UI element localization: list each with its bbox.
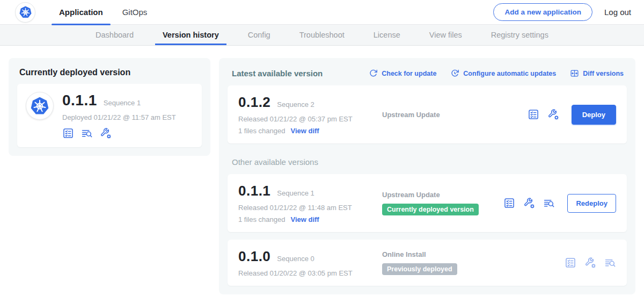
config-icon[interactable]	[523, 197, 535, 209]
preflight-checks-icon[interactable]	[503, 197, 515, 209]
source-label: Upstream Update	[382, 111, 440, 119]
app-header: Application GitOps Add a new application…	[0, 0, 644, 25]
tab-troubleshoot-label: Troubleshoot	[299, 31, 345, 39]
add-application-button[interactable]: Add a new application	[493, 3, 592, 21]
version-source: Upstream Update	[382, 111, 528, 119]
redeploy-button[interactable]: Redeploy	[567, 194, 616, 213]
preflight-checks-icon[interactable]	[528, 109, 539, 120]
tab-application-label: Application	[59, 8, 103, 17]
preflight-checks-icon[interactable]	[565, 257, 576, 269]
version-card-deployed: 0.1.1 Sequence 1 Released 01/21/22 @ 11:…	[228, 174, 627, 232]
version-source: Online Install Previously deployed	[382, 250, 565, 275]
version-info: 0.1.0 Sequence 0 Released 01/20/22 @ 03:…	[238, 248, 382, 277]
deployed-sequence-label: Sequence 1	[104, 99, 141, 107]
deployed-timestamp: Deployed 01/21/22 @ 11:57 am EST	[62, 113, 176, 121]
deployed-panel-title: Currently deployed version	[19, 68, 202, 77]
kubernetes-logo	[15, 2, 35, 23]
deployed-version-info: 0.1.1 Sequence 1 Deployed 01/21/22 @ 11:…	[62, 92, 176, 139]
tab-troubleshoot[interactable]: Troubleshoot	[292, 25, 352, 45]
version-info: 0.1.2 Sequence 2 Released 01/21/22 @ 05:…	[238, 94, 382, 135]
tab-config-label: Config	[248, 31, 270, 39]
diff-versions-link[interactable]: Diff versions	[570, 69, 624, 78]
sequence-label: Sequence 0	[277, 255, 314, 263]
version-actions-right: Deploy	[528, 105, 616, 125]
kubernetes-helm-icon	[18, 5, 33, 19]
deploy-logs-icon[interactable]	[81, 127, 93, 139]
files-changed-label: 1 files changed	[238, 215, 285, 223]
refresh-icon	[369, 69, 378, 78]
sequence-label: Sequence 1	[277, 189, 314, 197]
preflight-checks-icon[interactable]	[62, 127, 74, 139]
configure-automatic-updates-label: Configure automatic updates	[463, 70, 556, 77]
tab-dashboard-label: Dashboard	[96, 31, 134, 39]
tab-view-files[interactable]: View files	[422, 25, 470, 45]
version-info: 0.1.1 Sequence 1 Released 01/21/22 @ 11:…	[238, 183, 382, 223]
diff-versions-label: Diff versions	[583, 70, 624, 77]
diff-icon	[570, 69, 579, 78]
tab-view-files-label: View files	[429, 31, 462, 39]
sequence-label: Sequence 2	[277, 100, 314, 109]
version-actions-right: Redeploy	[503, 194, 616, 213]
deployed-version-card: 0.1.1 Sequence 1 Deployed 01/21/22 @ 11:…	[17, 84, 202, 147]
deploy-button[interactable]: Deploy	[572, 105, 616, 125]
kubernetes-helm-icon	[29, 95, 50, 117]
tab-gitops[interactable]: GitOps	[113, 0, 157, 25]
refresh-clock-icon	[450, 69, 459, 78]
released-timestamp: Released 01/21/22 @ 05:37 pm EST	[238, 115, 382, 123]
config-icon[interactable]	[100, 127, 112, 139]
version-history-panel: Latest available version Check for updat…	[219, 58, 635, 294]
currently-deployed-badge: Currently deployed version	[382, 204, 479, 215]
deployed-version-number: 0.1.1	[62, 92, 97, 109]
config-icon[interactable]	[547, 109, 559, 120]
tab-dashboard[interactable]: Dashboard	[88, 25, 141, 45]
tab-license[interactable]: License	[366, 25, 408, 45]
source-label: Upstream Update	[382, 191, 440, 199]
released-timestamp: Released 01/20/22 @ 03:05 pm EST	[238, 269, 382, 277]
configure-automatic-updates-link[interactable]: Configure automatic updates	[450, 69, 556, 78]
deployed-icon-row	[62, 127, 176, 139]
version-card-latest: 0.1.2 Sequence 2 Released 01/21/22 @ 05:…	[228, 85, 627, 143]
tab-gitops-label: GitOps	[122, 8, 148, 17]
source-label: Online Install	[382, 250, 426, 258]
deploy-logs-icon[interactable]	[604, 257, 616, 269]
deploy-logs-icon[interactable]	[543, 197, 555, 209]
app-logo	[26, 92, 54, 120]
version-actions: Check for update Configure automatic upd…	[369, 69, 624, 78]
check-for-update-label: Check for update	[382, 70, 436, 77]
other-versions-title: Other available versions	[232, 157, 627, 167]
tab-version-history-label: Version history	[163, 31, 219, 39]
latest-version-header: Latest available version Check for updat…	[228, 67, 627, 78]
version-number: 0.1.1	[238, 183, 270, 199]
check-for-update-link[interactable]: Check for update	[369, 69, 436, 78]
tab-registry-settings[interactable]: Registry settings	[484, 25, 556, 45]
version-number: 0.1.0	[238, 248, 270, 265]
tab-version-history[interactable]: Version history	[155, 25, 226, 45]
header-tabs: Application GitOps	[49, 0, 157, 25]
tab-license-label: License	[374, 31, 400, 39]
version-card-previous: 0.1.0 Sequence 0 Released 01/20/22 @ 03:…	[228, 240, 627, 286]
header-right: Add a new application Log out	[493, 3, 631, 21]
view-diff-link[interactable]: View diff	[290, 215, 319, 223]
version-number: 0.1.2	[238, 94, 270, 111]
config-icon[interactable]	[584, 257, 596, 269]
currently-deployed-panel: Currently deployed version 0.1.1 Sequenc…	[9, 58, 210, 156]
latest-available-title: Latest available version	[232, 69, 323, 78]
tab-registry-settings-label: Registry settings	[491, 31, 548, 39]
version-actions-right	[565, 257, 616, 269]
main-content: Currently deployed version 0.1.1 Sequenc…	[0, 46, 644, 294]
files-changed-label: 1 files changed	[238, 127, 285, 135]
previously-deployed-badge: Previously deployed	[382, 263, 457, 275]
tab-application[interactable]: Application	[49, 0, 113, 25]
tab-config[interactable]: Config	[240, 25, 278, 45]
logout-button[interactable]: Log out	[604, 8, 631, 17]
released-timestamp: Released 01/21/22 @ 11:48 am EST	[238, 204, 382, 212]
version-source: Upstream Update Currently deployed versi…	[382, 191, 503, 215]
view-diff-link[interactable]: View diff	[290, 127, 319, 135]
app-subnav: Dashboard Version history Config Trouble…	[0, 25, 644, 46]
